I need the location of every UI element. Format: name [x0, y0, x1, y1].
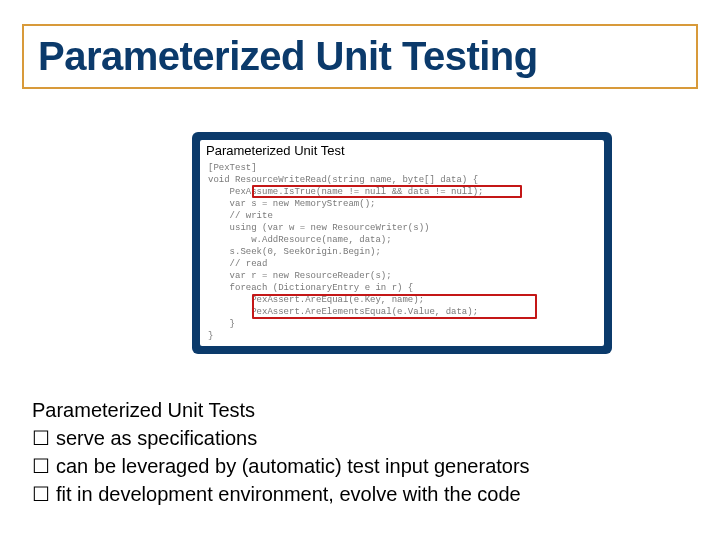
summary-heading: Parameterized Unit Tests: [32, 396, 692, 424]
summary-item-text: can be leveraged by (automatic) test inp…: [56, 452, 530, 480]
slide-title: Parameterized Unit Testing: [38, 34, 682, 79]
checkbox-icon: ☐: [32, 424, 50, 452]
code-panel: Parameterized Unit Test [PexTest] void R…: [192, 132, 612, 354]
highlight-assume: [252, 185, 522, 198]
summary-block: Parameterized Unit Tests ☐ serve as spec…: [32, 396, 692, 508]
highlight-asserts: [252, 294, 537, 319]
summary-item: ☐ fit in development environment, evolve…: [32, 480, 692, 508]
code-inner: Parameterized Unit Test [PexTest] void R…: [200, 140, 604, 346]
summary-item-text: fit in development environment, evolve w…: [56, 480, 521, 508]
checkbox-icon: ☐: [32, 452, 50, 480]
summary-item-text: serve as specifications: [56, 424, 257, 452]
code-tab-label: Parameterized Unit Test: [202, 142, 349, 159]
checkbox-icon: ☐: [32, 480, 50, 508]
summary-item: ☐ can be leveraged by (automatic) test i…: [32, 452, 692, 480]
summary-item: ☐ serve as specifications: [32, 424, 692, 452]
title-box: Parameterized Unit Testing: [22, 24, 698, 89]
